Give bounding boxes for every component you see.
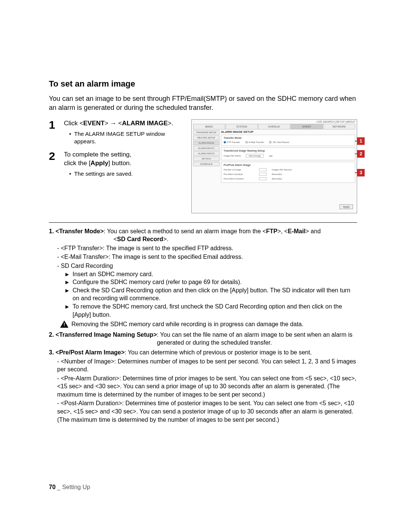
- callout-3: 3: [357, 169, 365, 176]
- label-ips: Images Per Second: [272, 169, 292, 171]
- label-filename: Image File Name: [224, 155, 241, 157]
- label-num-image: Number of Image: [224, 169, 254, 171]
- label-post-duration: Post-Alarm Duration: [224, 178, 254, 180]
- panel2-title: Transferred Image Naming Setup: [224, 149, 353, 152]
- input-pre-duration[interactable]: [259, 173, 267, 176]
- warning-text: Removing the SDHC memory card while reco…: [71, 320, 303, 328]
- tab-system[interactable]: SYSTEM: [226, 124, 258, 129]
- step-number: 2: [49, 150, 59, 178]
- tab-overlay[interactable]: OVERLAY: [258, 124, 290, 129]
- desc-2-num: 2.: [49, 331, 56, 338]
- callout-2: 2: [357, 150, 365, 158]
- step-1: 1 Click <EVENT> → <ALARM IMAGE>. The ALA…: [49, 119, 185, 145]
- tab-network[interactable]: NETWORK: [323, 124, 355, 129]
- side-transfer-setup[interactable]: TRANSFER SETUP: [193, 130, 220, 135]
- radio-ftp[interactable]: FTP Transfer: [224, 141, 240, 143]
- section-title: To set an alarm image: [49, 79, 357, 89]
- side-schedule[interactable]: SCHEDULE: [193, 162, 220, 166]
- desc-1-sub3: - SD Card Recording: [57, 262, 357, 270]
- desc-1-sub1: - <FTP Transfer>: The image is sent to t…: [57, 244, 357, 252]
- desc-3-sub2: - <Pre-Alarm Duration>: Determines time …: [57, 374, 357, 399]
- warning-icon: [60, 321, 68, 328]
- callout-1: 1: [357, 137, 365, 145]
- input-post-duration[interactable]: [259, 177, 267, 180]
- intro-text: You can set an image to be sent through …: [49, 94, 357, 112]
- desc-1-tri1: Insert an SDHC memory card.: [65, 270, 357, 278]
- side-alarm-input1[interactable]: ALARM INPUT1: [193, 146, 220, 150]
- label-pre-duration: Pre-Alarm Duration: [224, 173, 254, 175]
- input-filename[interactable]: AlarmImage: [246, 154, 263, 158]
- desc-3-sub1: - <Number of Image>: Determines number o…: [57, 357, 357, 374]
- panel-transfer-mode: Transfer Mode FTP Transfer E-Mail Transf…: [221, 135, 355, 146]
- radio-email[interactable]: E-Mail Transfer: [245, 141, 264, 143]
- separator: [49, 222, 357, 223]
- desc-3-num: 3.: [49, 349, 56, 356]
- footer-label: _ Setting Up: [57, 484, 90, 490]
- desc-1-tri3: Check the SD Card Recording option and t…: [65, 286, 357, 302]
- desc-3-text: : You can determine which of previous or…: [124, 349, 312, 356]
- step2-line2: click the [Apply] button.: [64, 160, 132, 167]
- description-list: 1. <Transfer Mode>: You can select a met…: [49, 227, 357, 424]
- desc-1-tri4: To remove the SDHC memory card, first un…: [65, 302, 357, 319]
- step1-bullet: The ALARM IMAGE SETUP window appears.: [64, 130, 185, 146]
- panel-naming: Transferred Image Naming Setup Image Fil…: [221, 147, 355, 160]
- page-footer: 70_ Setting Up: [49, 484, 90, 491]
- desc-3-sub3: - <Post-Alarm Duration>: Determines time…: [57, 399, 357, 424]
- apply-button[interactable]: Apply: [339, 204, 353, 209]
- desc-1-label: <Transfer Mode>: [56, 228, 104, 234]
- step-number: 1: [49, 119, 59, 145]
- tab-basic[interactable]: BASIC: [193, 124, 225, 129]
- radio-sdcard[interactable]: SD Card Record: [269, 141, 289, 143]
- warning-row: Removing the SDHC memory card while reco…: [60, 320, 357, 328]
- tab-event[interactable]: EVENT: [291, 124, 323, 129]
- desc-1-sub2: - <E-Mail Transfer>: The image is sent t…: [57, 253, 357, 261]
- screenshot-mock: LIVE |SEARCH |SETUP |ABOUT BASIC SYSTEM …: [191, 119, 357, 213]
- side-motion[interactable]: MOTION: [193, 157, 220, 161]
- label-seconds: Second(s): [272, 178, 282, 180]
- shot-heading: ALARM IMAGE SETUP: [221, 130, 355, 134]
- step2-line1: To complete the setting,: [64, 151, 132, 158]
- input-num-image[interactable]: [259, 168, 267, 171]
- panel-prepost: Pre/Post Alarm Image Number of Image Ima…: [221, 162, 355, 183]
- desc-3-label: <Pre/Post Alarm Image>: [56, 349, 125, 356]
- desc-1-text: : You can select a method to send an ala…: [104, 228, 266, 234]
- shot-topbar: LIVE |SEARCH |SETUP |ABOUT: [192, 120, 357, 124]
- label-seconds: Second(s): [272, 173, 282, 175]
- side-alarm-image[interactable]: ALARM IMAGE: [193, 141, 220, 145]
- panel1-title: Transfer Mode: [224, 137, 353, 139]
- desc-2-label: <Transferred Image Naming Setup>: [56, 331, 157, 338]
- desc-1-tri2: Configure the SDHC memory card (refer to…: [65, 278, 357, 286]
- side-record-setup[interactable]: RECORD SETUP: [193, 135, 220, 140]
- page-number: 70: [49, 484, 56, 490]
- desc-1-num: 1.: [49, 228, 56, 234]
- desc-2-text: : You can set the file name of an alarm …: [157, 331, 357, 347]
- panel3-title: Pre/Post Alarm Image: [224, 164, 353, 166]
- side-alarm-input2[interactable]: ALARM INPUT2: [193, 151, 220, 156]
- label-ext: .jpg: [269, 155, 273, 157]
- step-2: 2 To complete the setting, click the [Ap…: [49, 150, 185, 178]
- step2-bullet: The settings are saved.: [64, 170, 185, 178]
- step1-text: Click <EVENT> → <ALARM IMAGE>.: [64, 120, 173, 127]
